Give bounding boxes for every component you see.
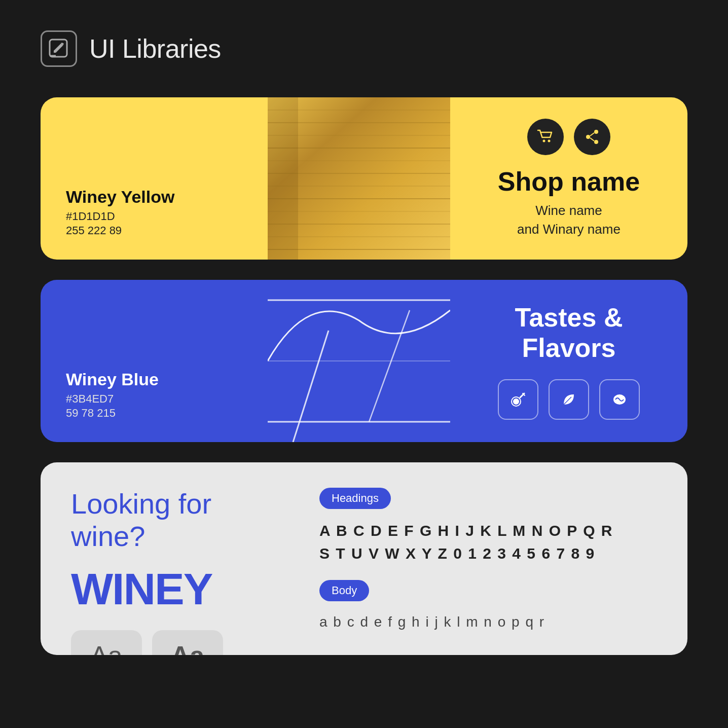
alphabet-uppercase: A B C D E F G H I J K L M N O P Q R S T … xyxy=(319,519,662,565)
leaf-icon-box xyxy=(549,379,589,420)
gray-card-content: Looking for wine? WINEY Aa Aa Headings A… xyxy=(41,462,687,655)
aa-regular-box: Aa xyxy=(71,630,142,655)
aa-bold-text: Aa xyxy=(171,640,204,655)
leaf-icon xyxy=(559,389,579,410)
looking-text: Looking for wine? xyxy=(71,488,264,553)
wood-lines-svg xyxy=(268,97,450,260)
svg-rect-16 xyxy=(268,97,298,260)
svg-point-21 xyxy=(586,135,590,139)
yellow-color-rgb: 255 222 89 xyxy=(66,224,242,237)
alphabet-lowercase: a b c d e f g h i j k l m n o p q r xyxy=(319,611,662,633)
coffee-bean-icon xyxy=(609,389,630,410)
svg-line-23 xyxy=(590,138,594,141)
svg-point-18 xyxy=(548,140,551,142)
share-icon xyxy=(583,128,601,146)
blue-color-rgb: 59 78 215 xyxy=(66,407,242,420)
yellow-card-left: Winey Yellow #1D1D1D 255 222 89 xyxy=(41,97,268,260)
gray-card-left: Looking for wine? WINEY Aa Aa xyxy=(41,462,294,655)
svg-point-20 xyxy=(594,140,598,144)
wood-texture xyxy=(268,97,450,260)
headings-badge: Headings xyxy=(319,488,391,509)
gray-typography-card: Looking for wine? WINEY Aa Aa Headings A… xyxy=(41,462,687,655)
page-header: UI Libraries xyxy=(41,30,687,67)
brand-name: WINEY xyxy=(71,563,264,615)
svg-line-22 xyxy=(590,133,594,136)
tastes-title: Tastes & Flavors xyxy=(481,302,657,363)
shop-action-icons xyxy=(527,119,610,155)
font-samples: Aa Aa xyxy=(71,630,264,655)
blue-card-right: Tastes & Flavors xyxy=(450,280,687,442)
aa-regular-text: Aa xyxy=(90,640,123,655)
blue-color-card: Winey Blue #3B4ED7 59 78 215 Tastes & Fl… xyxy=(41,280,687,442)
court-texture xyxy=(268,280,450,442)
share-icon-circle xyxy=(574,119,610,155)
svg-point-17 xyxy=(543,140,545,142)
yellow-color-card: Winey Yellow #1D1D1D 255 222 89 xyxy=(41,97,687,260)
svg-point-19 xyxy=(594,130,598,134)
candy-icon-box xyxy=(498,379,538,420)
taste-icons-row xyxy=(498,379,640,420)
yellow-card-right: Shop name Wine name and Winary name xyxy=(450,97,687,260)
gray-card-right: Headings A B C D E F G H I J K L M N O P… xyxy=(294,462,687,655)
blue-color-name: Winey Blue xyxy=(66,370,242,389)
coffee-icon-box xyxy=(599,379,640,420)
app-icon xyxy=(41,30,77,67)
court-lines-svg xyxy=(268,280,450,442)
yellow-color-name: Winey Yellow xyxy=(66,187,242,207)
page-title: UI Libraries xyxy=(89,33,221,64)
candy-icon xyxy=(508,389,528,410)
body-badge: Body xyxy=(319,580,369,601)
cart-icon-circle xyxy=(527,119,564,155)
yellow-color-hex: #1D1D1D xyxy=(66,210,242,223)
yellow-card-image xyxy=(268,97,450,260)
shop-description: Wine name and Winary name xyxy=(517,201,621,238)
blue-card-image xyxy=(268,280,450,442)
shop-name-text: Shop name xyxy=(498,167,640,196)
blue-card-left: Winey Blue #3B4ED7 59 78 215 xyxy=(41,280,268,442)
blue-color-hex: #3B4ED7 xyxy=(66,392,242,406)
aa-bold-box: Aa xyxy=(152,630,223,655)
edit-icon xyxy=(49,39,69,59)
cart-icon xyxy=(536,128,555,146)
